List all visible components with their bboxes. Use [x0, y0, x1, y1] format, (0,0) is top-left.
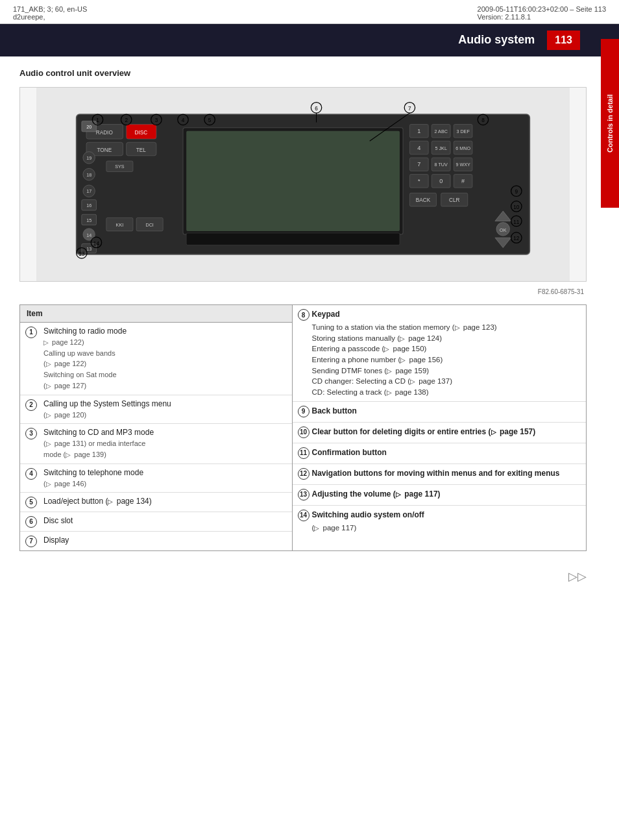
table-row: 5 Load/eject button (▷ page 134): [20, 493, 292, 512]
item-number: 13: [298, 489, 310, 500]
item-number: 4: [25, 468, 37, 480]
svg-text:6: 6: [315, 106, 318, 112]
item-8-title: Keypad: [312, 308, 340, 320]
item-9-title: Back button: [312, 405, 357, 417]
unit-image: RADIO DISC TEL TONE 20 19 18: [19, 87, 587, 282]
sidebar-tab: Controls in detail: [601, 39, 619, 208]
item-10-title: Clear button for deleting digits or enti…: [312, 426, 536, 438]
table-row: 4 Switching to telephone mode (▷ page 14…: [20, 464, 292, 493]
item-14-title: Switching audio system on/off: [312, 509, 424, 521]
item-number: 14: [298, 510, 310, 521]
item-number: 5: [25, 497, 37, 508]
svg-text:16: 16: [86, 203, 91, 208]
svg-text:19: 19: [86, 155, 91, 161]
page-number: 113: [547, 31, 580, 50]
item-number: 1: [25, 327, 37, 338]
item-5-title: Load/eject button (▷ page 134): [43, 497, 152, 506]
svg-text:3: 3: [155, 117, 158, 123]
table-row: 1 Switching to radio mode ▷ page 122) Ca…: [20, 323, 292, 395]
item-number: 9: [298, 406, 310, 417]
doc-header: 171_AKB; 3; 60, en-US d2ureepe, 2009-05-…: [0, 0, 619, 24]
item-6-title: Disc slot: [43, 516, 73, 525]
table-row: 9 Back button: [293, 402, 586, 423]
svg-text:9: 9: [515, 189, 518, 195]
svg-text:3 DEF: 3 DEF: [456, 129, 470, 134]
header-left-line2: d2ureepe,: [13, 13, 87, 21]
item-13-title: Adjusting the volume (▷ page 117): [312, 488, 441, 500]
header-right-line1: 2009-05-11T16:00:23+02:00 – Seite 113: [478, 5, 606, 13]
page-title: Audio system: [458, 33, 535, 46]
header-left-line1: 171_AKB; 3; 60, en-US: [13, 5, 87, 13]
svg-text:9 WXY: 9 WXY: [455, 162, 470, 167]
svg-text:DISC: DISC: [134, 130, 147, 136]
svg-text:OK: OK: [500, 227, 507, 233]
item-number: 3: [25, 428, 37, 439]
forward-arrow-icon: ▷▷: [568, 570, 587, 583]
svg-text:5 JKL: 5 JKL: [435, 145, 447, 151]
table-row: 8 Keypad Tuning to a station via the sta…: [293, 305, 586, 402]
table-row: 3 Switching to CD and MP3 mode (▷ page 1…: [20, 424, 292, 463]
header-right: 2009-05-11T16:00:23+02:00 – Seite 113 Ve…: [478, 5, 606, 21]
item-2-title: Calling up the System Settings menu: [43, 399, 171, 408]
svg-text:BACK: BACK: [416, 197, 431, 203]
svg-text:13: 13: [79, 251, 85, 257]
svg-text:14: 14: [86, 232, 91, 238]
page-footer: ▷▷: [0, 563, 619, 590]
section-title: Audio control unit overview: [19, 68, 587, 78]
svg-text:18: 18: [86, 172, 91, 178]
svg-text:4: 4: [417, 145, 420, 151]
item-number: 7: [25, 536, 37, 547]
item-number: 6: [25, 516, 37, 528]
item-number: 8: [298, 309, 310, 321]
item-11-title: Confirmation button: [312, 447, 387, 458]
svg-text:DCI: DCI: [145, 222, 153, 228]
svg-text:7: 7: [417, 161, 420, 167]
item-7-title: Display: [43, 536, 69, 545]
item-number: 2: [25, 399, 37, 411]
svg-text:RADIO: RADIO: [96, 130, 113, 136]
svg-text:5: 5: [208, 117, 212, 123]
table-row: 6 Disc slot: [20, 512, 292, 532]
items-table: Item 1 Switching to radio mode ▷ page 12…: [19, 304, 587, 551]
svg-text:4: 4: [182, 117, 185, 123]
svg-text:20: 20: [86, 124, 91, 130]
svg-text:1: 1: [96, 117, 99, 123]
item-number: 11: [298, 447, 310, 459]
svg-text:TEL: TEL: [136, 147, 147, 153]
svg-text:10: 10: [513, 204, 520, 210]
svg-text:1: 1: [417, 128, 420, 134]
page-title-bar: Audio system 113: [0, 24, 619, 56]
table-row: 2 Calling up the System Settings menu (▷…: [20, 395, 292, 425]
table-row: 10 Clear button for deleting digits or e…: [293, 423, 586, 443]
svg-text:17: 17: [86, 188, 91, 194]
main-content: Audio control unit overview RADIO DISC T…: [0, 56, 619, 563]
table-row: 12 Navigation buttons for moving within …: [293, 464, 586, 485]
svg-text:15: 15: [86, 217, 91, 223]
item-4-title: Switching to telephone mode: [43, 468, 143, 477]
svg-text:SYS: SYS: [115, 164, 125, 169]
svg-text:0: 0: [439, 178, 443, 184]
item-12-title: Navigation buttons for moving within men…: [312, 467, 560, 479]
item-1-title: Switching to radio mode: [43, 327, 127, 336]
svg-rect-30: [186, 233, 400, 245]
header-left: 171_AKB; 3; 60, en-US d2ureepe,: [13, 5, 87, 21]
svg-text:2: 2: [125, 117, 128, 123]
table-row: 14 Switching audio system on/off (▷ page…: [293, 506, 586, 537]
svg-text:KKI: KKI: [116, 222, 124, 228]
image-caption: F82.60-6875-31: [19, 288, 587, 295]
item-3-title: Switching to CD and MP3 mode: [43, 428, 154, 437]
header-right-line2: Version: 2.11.8.1: [478, 13, 606, 21]
table-row: 11 Confirmation button: [293, 443, 586, 464]
table-row: 13 Adjusting the volume (▷ page 117): [293, 485, 586, 506]
svg-text:#: #: [461, 178, 465, 184]
svg-text:13: 13: [86, 246, 91, 252]
svg-text:8 TUV: 8 TUV: [435, 162, 448, 167]
table-right: 8 Keypad Tuning to a station via the sta…: [292, 304, 587, 551]
svg-text:2 ABC: 2 ABC: [435, 129, 448, 134]
svg-text:TONE: TONE: [97, 147, 112, 153]
svg-text:7: 7: [408, 106, 411, 112]
table-left-header: Item: [20, 305, 292, 323]
svg-text:*: *: [418, 178, 420, 184]
svg-text:6 MNO: 6 MNO: [455, 145, 470, 151]
svg-text:12: 12: [513, 236, 520, 241]
